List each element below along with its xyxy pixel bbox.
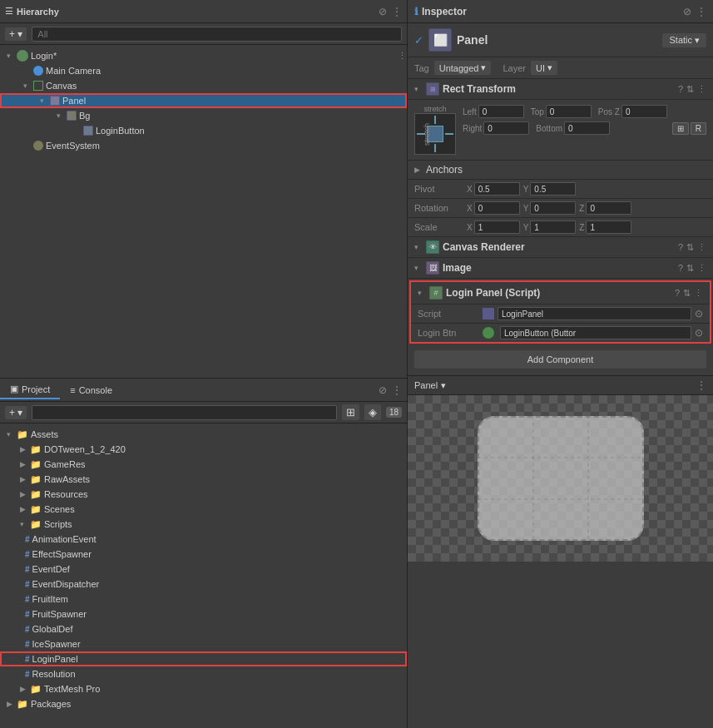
static-button[interactable]: Static ▾ bbox=[662, 33, 706, 47]
login-panel-script-help-button[interactable]: ? bbox=[675, 288, 680, 298]
rect-transform-help-button[interactable]: ? bbox=[678, 84, 683, 94]
layer-dropdown[interactable]: UI ▾ bbox=[531, 61, 557, 75]
component-checkmark[interactable]: ✓ bbox=[414, 34, 423, 47]
folder-dotween[interactable]: ▶ 📁 DOTween_1_2_420 bbox=[0, 442, 407, 457]
scale-x-input[interactable] bbox=[474, 220, 520, 234]
rotation-z-input[interactable] bbox=[586, 201, 631, 215]
folder-scenes[interactable]: ▶ 📁 Scenes bbox=[0, 502, 407, 517]
r-button-2[interactable]: R bbox=[691, 122, 706, 135]
script-globaldef[interactable]: # GlobalDef bbox=[0, 622, 407, 636]
image-menu-button[interactable]: ⋮ bbox=[697, 263, 706, 274]
add-component-button[interactable]: Add Component bbox=[414, 350, 706, 369]
script-resolution[interactable]: # Resolution bbox=[0, 666, 407, 681]
loginbutton-icon bbox=[83, 126, 93, 136]
inspector-lock-icon[interactable]: ⊘ bbox=[683, 6, 691, 17]
pivot-y-input[interactable] bbox=[530, 182, 576, 196]
folder-label-scripts: Scripts bbox=[44, 519, 72, 529]
folder-rawassets[interactable]: ▶ 📁 RawAssets bbox=[0, 472, 407, 487]
project-search-input[interactable] bbox=[32, 405, 337, 420]
image-help-button[interactable]: ? bbox=[678, 263, 683, 273]
tab-project[interactable]: ▣ Project bbox=[0, 380, 60, 399]
login-btn-target-icon[interactable]: ⊙ bbox=[695, 327, 703, 339]
script-icespawner[interactable]: # IceSpawner bbox=[0, 636, 407, 651]
inspector-menu-icon[interactable]: ⋮ bbox=[696, 6, 706, 17]
scale-z-input[interactable] bbox=[586, 220, 631, 234]
image-section-header[interactable]: ▾ 🖼 Image ? ⇅ ⋮ bbox=[408, 258, 713, 279]
field-item-top: Top bbox=[531, 105, 592, 118]
tab-console[interactable]: ≡ Console bbox=[60, 382, 122, 399]
project-add-button[interactable]: + ▾ bbox=[5, 406, 27, 419]
tree-item-main-camera[interactable]: Main Camera bbox=[0, 63, 407, 78]
tree-item-bg[interactable]: ▾ Bg bbox=[0, 108, 407, 123]
rotation-label: Rotation bbox=[414, 203, 460, 213]
hierarchy-menu-icon[interactable]: ⋮ bbox=[392, 6, 402, 17]
canvas-renderer-menu-button[interactable]: ⋮ bbox=[697, 242, 706, 253]
tree-label-eventsystem: EventSystem bbox=[46, 141, 100, 151]
tree-item-eventsystem[interactable]: EventSystem bbox=[0, 138, 407, 153]
script-loginpanel[interactable]: # LoginPanel bbox=[0, 651, 407, 666]
tag-dropdown[interactable]: Untagged ▾ bbox=[434, 61, 492, 75]
script-target-icon[interactable]: ⊙ bbox=[695, 308, 703, 319]
rawassets-folder-icon: 📁 bbox=[30, 474, 42, 485]
preview-menu-icon[interactable]: ⋮ bbox=[696, 379, 706, 391]
hierarchy-lock-icon[interactable]: ⊘ bbox=[379, 6, 387, 17]
scripts-folder-icon: 📁 bbox=[30, 519, 42, 530]
anchors-row[interactable]: ▶ Anchors bbox=[408, 161, 713, 180]
canvas-renderer-help-button[interactable]: ? bbox=[678, 242, 683, 252]
image-settings-button[interactable]: ⇅ bbox=[686, 263, 694, 274]
tree-item-login[interactable]: ▾ Login* ⋮ bbox=[0, 48, 407, 63]
tree-label-bg: Bg bbox=[79, 111, 90, 121]
stretch-box[interactable] bbox=[414, 113, 456, 155]
tree-item-canvas[interactable]: ▾ Canvas bbox=[0, 78, 407, 93]
login-btn-value-input[interactable] bbox=[500, 326, 691, 339]
script-fruitspawner[interactable]: # FruitSpawner bbox=[0, 607, 407, 622]
folder-label-dotween: DOTween_1_2_420 bbox=[44, 444, 126, 454]
canvas-renderer-section-header[interactable]: ▾ 👁 Canvas Renderer ? ⇅ ⋮ bbox=[408, 237, 713, 258]
top-input[interactable] bbox=[546, 105, 592, 118]
script-animationevent[interactable]: # AnimationEvent bbox=[0, 532, 407, 547]
top-label: Top bbox=[531, 107, 544, 116]
script-eventdispatcher[interactable]: # EventDispatcher bbox=[0, 577, 407, 592]
rotation-x-input[interactable] bbox=[474, 201, 520, 215]
login-panel-script-settings-button[interactable]: ⇅ bbox=[683, 288, 691, 299]
project-view-button[interactable]: ◈ bbox=[364, 404, 381, 420]
rect-transform-settings-button[interactable]: ⇅ bbox=[686, 84, 694, 95]
preview-dropdown-arrow[interactable]: ▾ bbox=[441, 380, 446, 391]
hierarchy-add-button[interactable]: + ▾ bbox=[5, 27, 27, 41]
login-menu-icon[interactable]: ⋮ bbox=[398, 51, 407, 62]
script-effectspawner[interactable]: # EffectSpawner bbox=[0, 547, 407, 562]
tree-arrow-panel: ▾ bbox=[40, 97, 50, 105]
script-fruititem[interactable]: # FruitItem bbox=[0, 592, 407, 607]
folder-resources[interactable]: ▶ 📁 Resources bbox=[0, 487, 407, 502]
folder-assets[interactable]: ▾ 📁 Assets bbox=[0, 427, 407, 442]
bottom-input[interactable] bbox=[564, 121, 610, 135]
script-eventdef[interactable]: # EventDef bbox=[0, 562, 407, 577]
left-input[interactable] bbox=[478, 105, 524, 118]
folder-gameres[interactable]: ▶ 📁 GameRes bbox=[0, 457, 407, 472]
login-panel-script-menu-button[interactable]: ⋮ bbox=[694, 288, 703, 299]
folder-label-rawassets: RawAssets bbox=[44, 474, 90, 484]
project-menu-icon[interactable]: ⋮ bbox=[392, 384, 402, 396]
project-filter-button[interactable]: ⊞ bbox=[342, 404, 359, 420]
canvas-renderer-icon: 👁 bbox=[426, 240, 439, 254]
login-panel-script-header[interactable]: ▾ # Login Panel (Script) ? ⇅ ⋮ bbox=[411, 282, 710, 304]
r-button-1[interactable]: ⊞ bbox=[672, 122, 689, 135]
folder-packages[interactable]: ▶ 📁 Packages bbox=[0, 696, 407, 711]
folder-textmesh[interactable]: ▶ 📁 TextMesh Pro bbox=[0, 681, 407, 696]
rect-transform-menu-button[interactable]: ⋮ bbox=[697, 84, 706, 95]
canvas-renderer-settings-button[interactable]: ⇅ bbox=[686, 242, 694, 253]
pivot-x-input[interactable] bbox=[474, 182, 520, 196]
project-lock-icon[interactable]: ⊘ bbox=[379, 384, 387, 396]
rect-transform-section-header[interactable]: ▾ ⊞ Rect Transform ? ⇅ ⋮ bbox=[408, 79, 713, 100]
right-input[interactable] bbox=[483, 121, 529, 135]
script-label-eventdef: EventDef bbox=[32, 564, 70, 574]
folder-scripts[interactable]: ▾ 📁 Scripts bbox=[0, 517, 407, 532]
rotation-y-input[interactable] bbox=[530, 201, 576, 215]
posz-input[interactable] bbox=[621, 105, 667, 118]
script-label-eventdispatcher: EventDispatcher bbox=[32, 579, 100, 589]
script-value-input[interactable] bbox=[498, 307, 691, 320]
tree-item-panel[interactable]: ▾ Panel bbox=[0, 93, 407, 108]
scale-y-input[interactable] bbox=[530, 220, 576, 234]
tree-item-loginbutton[interactable]: LoginButton bbox=[0, 123, 407, 138]
hierarchy-search-input[interactable] bbox=[32, 27, 402, 42]
